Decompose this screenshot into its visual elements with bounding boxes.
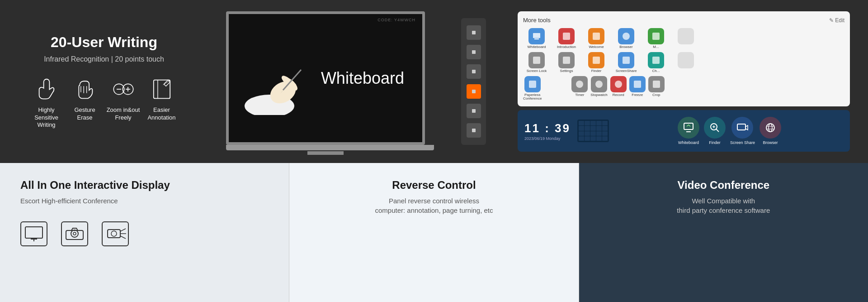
panel-back-icon[interactable] [467, 25, 481, 40]
whiteboard-screen: CODE: Y4WWCH [229, 14, 422, 142]
writing-features: 20-User Writing Infrared Recognition | 2… [18, 25, 190, 139]
tool-browser-label: Browser [619, 45, 632, 49]
tool-finder[interactable]: Finder [583, 52, 610, 73]
svg-rect-31 [25, 227, 42, 238]
tool-screenlock-icon [528, 52, 545, 68]
panel-home-icon[interactable] [467, 45, 481, 59]
bottom-left: All In One Interactive Display Escort Hi… [0, 163, 289, 302]
tool-introduction[interactable]: Introduction [553, 28, 580, 49]
feature-touch: HighlySensitive Writing [27, 77, 66, 129]
tool-welcome[interactable]: Welcome [583, 28, 610, 49]
tools-row-3: PaperlessConference Timer Stopwatch Reco… [523, 76, 844, 101]
tool-ch[interactable]: Ch... [642, 52, 670, 73]
tool-browser[interactable]: Browser [613, 28, 640, 49]
whiteboard-text: Whiteboard [321, 69, 404, 88]
tool-welcome-label: Welcome [589, 45, 604, 49]
feature-annotation-label: EasierAnnotation [147, 106, 175, 122]
feature-zoom-label: Zoom in&outFreely [107, 106, 140, 122]
app-icons-row: Whiteboard Finder [616, 117, 843, 145]
svg-rect-20 [684, 123, 693, 129]
bottom-section: All In One Interactive Display Escort Hi… [0, 163, 868, 302]
clock-area: 11 : 39 2023/06/19 Monday [524, 121, 571, 141]
tool-crop[interactable]: Crop [648, 76, 665, 101]
app-browser[interactable]: Browser [760, 117, 781, 145]
tool-record-icon [610, 76, 627, 92]
app-screenshare-label: Screen Share [730, 140, 755, 145]
app-finder-label: Finder [709, 140, 721, 145]
clock-date: 2023/06/19 Monday [524, 136, 571, 141]
edit-button[interactable]: ✎ Edit [829, 17, 844, 24]
tool-whiteboard[interactable]: Whiteboard [523, 28, 550, 49]
svg-line-40 [120, 236, 126, 239]
tool-screenlock[interactable]: Screen Lock [523, 52, 550, 73]
feature-gesture: GestureErase [66, 77, 104, 122]
tool-record[interactable]: Record [610, 76, 627, 101]
feature-annotation: EasierAnnotation [142, 77, 181, 122]
tool-me-label: M... [653, 45, 659, 49]
tool-stopwatch[interactable]: Stopwatch [590, 76, 607, 101]
app-screenshare[interactable]: Screen Share [730, 117, 755, 145]
tool-blank1-icon [678, 28, 694, 44]
tool-timer[interactable]: Timer [571, 76, 588, 101]
svg-line-23 [716, 129, 719, 132]
panel-settings-icon[interactable] [467, 123, 481, 138]
feature-touch-label: HighlySensitive Writing [27, 106, 66, 129]
svg-point-34 [71, 230, 78, 237]
tool-finder-label: Finder [591, 69, 602, 73]
panel-apps-icon[interactable] [467, 64, 481, 79]
tools-row-1: Whiteboard Introduction Welcome Browser … [523, 28, 844, 49]
app-whiteboard-label: Whiteboard [678, 140, 699, 145]
app-browser-icon [760, 117, 781, 139]
tool-stopwatch-label: Stopwatch [590, 93, 607, 97]
svg-point-27 [766, 124, 774, 132]
app-finder[interactable]: Finder [704, 117, 726, 145]
tool-timer-label: Timer [575, 93, 584, 97]
tool-ch-icon [648, 52, 664, 68]
tool-settings[interactable]: Settings [553, 52, 580, 73]
more-tools-title: More tools [523, 17, 551, 24]
touch-icon [34, 77, 59, 102]
more-tools-panel: More tools ✎ Edit Whiteboard Introductio… [518, 11, 850, 106]
hand-writing-illustration [242, 61, 324, 115]
whiteboard-frame: CODE: Y4WWCH [226, 11, 425, 145]
tool-me[interactable]: M... [642, 28, 670, 49]
svg-point-38 [111, 231, 117, 236]
tool-record-label: Record [613, 93, 624, 97]
tool-welcome-icon [588, 28, 604, 44]
panel-pen-icon[interactable] [467, 84, 481, 99]
tools-row-2: Screen Lock Settings Finder ScreenShare … [523, 52, 844, 73]
tool-paperless[interactable]: PaperlessConference [523, 76, 542, 101]
tool-blank2-icon [678, 52, 694, 68]
tools-row-3b: Timer Stopwatch Record Freeze [571, 76, 664, 101]
bottom-right-subtitle: Well Compatible withthird party conferen… [677, 196, 770, 215]
whiteboard-stand [307, 151, 344, 155]
more-tools-header: More tools ✎ Edit [523, 17, 844, 24]
panel-eraser-icon[interactable] [467, 104, 481, 118]
small-screen-panel: 11 : 39 2023/06/19 Monday [518, 110, 850, 152]
app-finder-icon [704, 117, 726, 139]
tool-blank2 [672, 52, 699, 73]
app-whiteboard[interactable]: Whiteboard [678, 117, 699, 145]
camera-icon [61, 221, 88, 246]
bottom-left-icons [20, 221, 129, 246]
feature-gesture-label: GestureErase [74, 106, 95, 122]
tool-browser-icon [618, 28, 634, 44]
feature-icons: HighlySensitive Writing GestureErase [27, 77, 181, 129]
tool-ch-label: Ch... [652, 69, 660, 73]
tool-screenshare[interactable]: ScreenShare [613, 52, 640, 73]
tool-whiteboard-label: Whiteboard [528, 45, 546, 49]
tool-settings-label: Settings [560, 69, 573, 73]
tool-me-icon [648, 28, 664, 44]
bottom-left-subtitle: Escort High-efficient Conference [20, 196, 118, 206]
tool-introduction-label: Introduction [557, 45, 576, 49]
bottom-middle-subtitle: Panel reverse control wirelesscomputer: … [375, 196, 493, 215]
bottom-right-title: Video Conference [678, 179, 770, 192]
svg-rect-26 [737, 124, 745, 130]
tool-finder-icon [588, 52, 604, 68]
svg-point-35 [73, 232, 76, 235]
tool-freeze[interactable]: Freeze [629, 76, 646, 101]
annotation-icon [149, 77, 174, 102]
tool-paperless-label: PaperlessConference [523, 93, 542, 101]
writing-subtitle: Infrared Recognition | 20 points touch [27, 55, 181, 63]
zoom-icon [111, 77, 136, 102]
